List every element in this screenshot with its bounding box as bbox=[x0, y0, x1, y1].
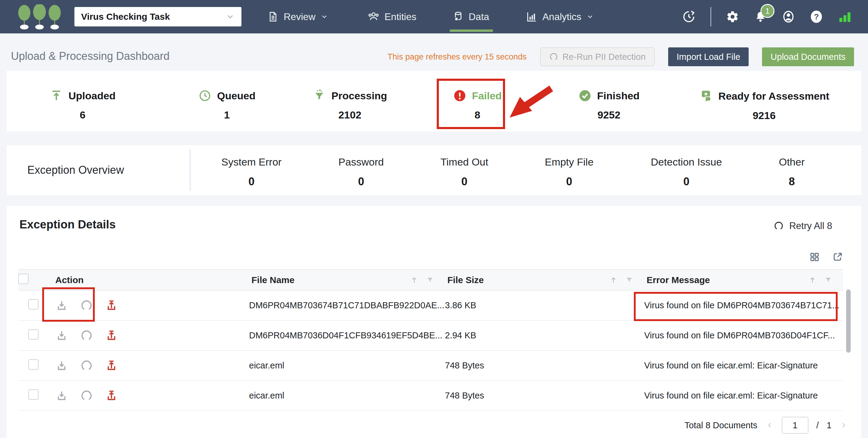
chevron-down-icon bbox=[586, 13, 594, 21]
upload-icon[interactable] bbox=[105, 329, 118, 342]
status-label: Finished bbox=[597, 90, 640, 102]
status-card[interactable]: Finished 9252 bbox=[578, 71, 640, 131]
tab-analytics[interactable]: Analytics bbox=[525, 0, 594, 33]
status-card[interactable]: Ready for Assessment 9216 bbox=[699, 71, 829, 131]
export-icon[interactable] bbox=[832, 251, 843, 262]
filter-icon[interactable] bbox=[625, 276, 633, 284]
people-icon bbox=[368, 11, 380, 23]
notification-count-badge: 1 bbox=[761, 4, 774, 18]
retry-icon[interactable] bbox=[80, 389, 93, 402]
sort-arrow-icon[interactable] bbox=[808, 276, 817, 285]
exception-type-label: Detection Issue bbox=[651, 156, 722, 168]
error-message-cell: Virus found on file eicar.eml: Eicar-Sig… bbox=[644, 350, 843, 381]
notifications-bell-icon[interactable]: 1 bbox=[754, 10, 767, 23]
table-row: eicar.eml 748 Bytes Virus found on file … bbox=[18, 381, 843, 411]
tab-entities-label: Entities bbox=[384, 11, 416, 23]
help-icon[interactable]: ? bbox=[810, 10, 823, 23]
sort-arrow-icon[interactable] bbox=[410, 276, 419, 285]
tab-data[interactable]: Data bbox=[452, 0, 489, 33]
file-name-cell: DM6PR04MB7036D04F1CFB934619EF5D4BE... bbox=[249, 320, 445, 350]
status-card[interactable]: Uploaded 6 bbox=[50, 71, 116, 131]
upload-icon[interactable] bbox=[105, 359, 118, 372]
file-size-cell: 3.86 KB bbox=[445, 290, 644, 320]
status-count: 6 bbox=[80, 109, 86, 121]
status-summary-panel: Uploaded 6 Queued 1 bbox=[7, 71, 861, 131]
gear-icon[interactable] bbox=[726, 10, 739, 23]
table-row: eicar.eml 748 Bytes Virus found on file … bbox=[18, 350, 843, 381]
tab-entities[interactable]: Entities bbox=[368, 0, 416, 33]
app-logo-icon bbox=[17, 4, 62, 30]
next-page-icon[interactable] bbox=[839, 421, 848, 430]
upload-arrow-icon bbox=[50, 89, 63, 102]
exception-overview-item: Password 0 bbox=[338, 156, 383, 188]
grid-view-icon[interactable] bbox=[809, 251, 820, 262]
status-card[interactable]: Queued 1 bbox=[198, 71, 256, 131]
status-label: Queued bbox=[217, 90, 256, 102]
sort-arrow-icon[interactable] bbox=[609, 276, 618, 285]
exception-type-count: 0 bbox=[683, 175, 689, 188]
exception-type-label: Timed Out bbox=[440, 156, 488, 168]
exception-type-count: 0 bbox=[248, 175, 254, 188]
tab-review[interactable]: Review bbox=[267, 0, 328, 33]
upload-documents-button[interactable]: Upload Documents bbox=[762, 48, 854, 66]
filter-icon[interactable] bbox=[426, 276, 434, 284]
exception-details-table: Action File Name File Size Error Message bbox=[18, 269, 843, 411]
annotation-actions-box bbox=[42, 287, 95, 322]
row-checkbox[interactable] bbox=[28, 359, 38, 370]
file-name-cell: eicar.eml bbox=[249, 350, 445, 381]
table-scrollbar[interactable] bbox=[846, 289, 851, 353]
status-count: 1 bbox=[224, 109, 230, 121]
signal-bars-icon[interactable] bbox=[838, 10, 851, 24]
funnel-icon bbox=[312, 89, 326, 102]
exception-type-count: 0 bbox=[566, 175, 572, 188]
annotation-error-box bbox=[634, 292, 838, 321]
row-checkbox[interactable] bbox=[28, 299, 38, 310]
workspace-selector[interactable]: Virus Checking Task bbox=[74, 7, 242, 26]
download-icon[interactable] bbox=[55, 359, 68, 372]
rerun-pii-detection-button[interactable]: Re-Run PII Detection bbox=[540, 48, 655, 66]
status-label: Ready for Assessment bbox=[718, 90, 829, 102]
status-icon bbox=[50, 89, 63, 102]
tab-data-label: Data bbox=[469, 11, 489, 23]
filter-icon[interactable] bbox=[824, 276, 832, 284]
row-checkbox[interactable] bbox=[28, 389, 38, 400]
tab-analytics-label: Analytics bbox=[542, 11, 581, 23]
select-all-checkbox[interactable] bbox=[18, 274, 29, 284]
error-message-cell: Virus found on file eicar.eml: Eicar-Sig… bbox=[644, 381, 843, 411]
exception-type-label: System Error bbox=[221, 156, 282, 168]
page-number-input[interactable]: 1 bbox=[782, 417, 808, 434]
exception-type-count: 0 bbox=[461, 175, 467, 188]
exception-overview-panel: Exception Overview System Error 0 Passwo… bbox=[7, 145, 861, 195]
previous-page-icon[interactable] bbox=[765, 421, 774, 430]
user-profile-icon[interactable] bbox=[782, 10, 795, 23]
tab-review-label: Review bbox=[284, 11, 315, 23]
retry-all-button[interactable]: Retry All 8 bbox=[774, 221, 832, 231]
retry-icon[interactable] bbox=[80, 359, 93, 372]
status-icon bbox=[198, 89, 212, 102]
exception-overview-item: Other 8 bbox=[779, 156, 805, 188]
status-count: 9216 bbox=[752, 110, 776, 122]
retry-icon[interactable] bbox=[80, 329, 93, 342]
exception-details-panel: Exception Details Retry All 8 Action Fil… bbox=[7, 206, 861, 438]
row-checkbox[interactable] bbox=[28, 329, 38, 340]
file-size-cell: 748 Bytes bbox=[445, 350, 644, 381]
retry-icon bbox=[774, 221, 784, 231]
upload-icon[interactable] bbox=[105, 389, 118, 402]
svg-text:?: ? bbox=[814, 12, 819, 21]
chevron-down-icon bbox=[320, 13, 328, 21]
column-header-action: Action bbox=[55, 275, 84, 285]
exception-overview-item: Timed Out 0 bbox=[440, 156, 488, 188]
import-load-file-button[interactable]: Import Load File bbox=[668, 48, 749, 66]
file-size-cell: 748 Bytes bbox=[445, 381, 644, 411]
status-card[interactable]: Processing 2102 bbox=[312, 71, 387, 131]
annotation-failed-box bbox=[437, 79, 505, 129]
download-icon[interactable] bbox=[55, 329, 68, 342]
file-name-cell: eicar.eml bbox=[249, 381, 445, 411]
workspace-selector-value: Virus Checking Task bbox=[81, 11, 226, 22]
exception-type-count: 0 bbox=[358, 175, 364, 188]
upload-icon[interactable] bbox=[105, 299, 118, 312]
history-icon[interactable] bbox=[682, 10, 696, 24]
document-icon bbox=[267, 11, 279, 23]
download-icon[interactable] bbox=[55, 389, 68, 402]
status-label: Uploaded bbox=[69, 90, 116, 102]
